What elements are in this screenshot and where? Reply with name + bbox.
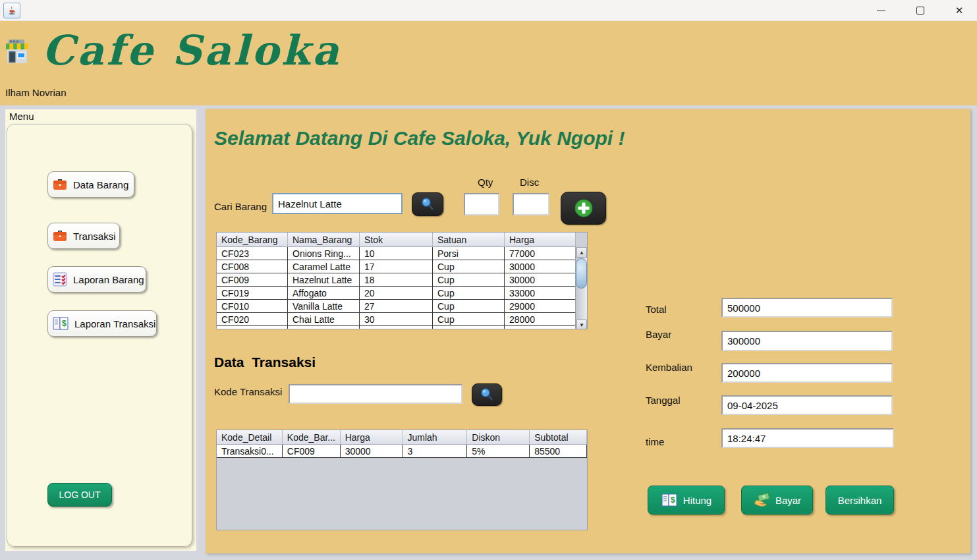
column-header[interactable]: Kode_Detail — [217, 430, 283, 445]
kode-transaksi-label: Kode Transaksi — [214, 386, 282, 397]
bayar-label: Bayar — [646, 329, 671, 340]
cell-satuan: Cup — [433, 326, 505, 329]
column-header[interactable]: Stok — [360, 233, 433, 247]
table-row[interactable]: CF008 Caramel Latte 17 Cup 30000 — [217, 260, 587, 273]
cell-jumlah: 3 — [403, 445, 468, 458]
scrollbar-thumb[interactable] — [576, 258, 587, 289]
cell-stok: 30 — [360, 326, 433, 329]
transaksi-table[interactable]: Kode_Detail Kode_Bar... Harga Jumlah Dis… — [216, 430, 588, 530]
window-titlebar: ✕ — [0, 0, 977, 21]
total-input[interactable] — [721, 298, 893, 318]
add-item-button[interactable] — [561, 192, 606, 225]
table-row[interactable]: CF023 Onions Ring... 10 Porsi 77000 — [217, 247, 587, 260]
scroll-up-icon[interactable]: ▲ — [576, 247, 587, 258]
kode-transaksi-input[interactable] — [289, 384, 462, 404]
cell-stok: 18 — [360, 273, 433, 287]
tanggal-label: Tanggal — [646, 395, 681, 406]
search-barang-button[interactable] — [412, 192, 443, 216]
table-row[interactable]: CF020 Chai Latte 30 Cup 28000 — [217, 313, 587, 326]
cell-satuan: Cup — [433, 287, 505, 300]
column-header[interactable]: Diskon — [467, 430, 530, 445]
cell-satuan: Cup — [433, 260, 505, 273]
close-button[interactable]: ✕ — [944, 0, 974, 21]
cari-barang-label: Cari Barang — [214, 201, 267, 212]
bayar-input[interactable] — [721, 331, 893, 351]
sidebar-item-laporan-barang[interactable]: Laporan Barang — [47, 266, 146, 293]
kembalian-label: Kembalian — [646, 362, 692, 373]
plus-icon — [573, 198, 594, 219]
time-input[interactable] — [721, 428, 894, 448]
cell-satuan: Cup — [433, 300, 505, 313]
cell-kode: CF008 — [217, 260, 288, 273]
transaksi-table-header[interactable]: Kode_Detail Kode_Bar... Harga Jumlah Dis… — [217, 430, 587, 445]
column-header[interactable]: Harga — [341, 430, 403, 445]
disc-label: Disc — [520, 177, 539, 188]
table-row-partial[interactable]: CF013 Matcha Latte 30 Cup 34000 — [217, 326, 587, 329]
cell-harga: 34000 — [505, 326, 576, 329]
cell-diskon: 5% — [467, 445, 530, 458]
app-header: Cafe Saloka Ilham Novrian — [0, 21, 977, 105]
column-header[interactable]: Kode_Bar... — [283, 430, 341, 445]
sidebar-item-transaksi[interactable]: Transaksi — [47, 223, 120, 249]
bayar-button[interactable]: Bayar — [741, 486, 813, 515]
table-row[interactable]: CF010 Vanilla Latte 27 Cup 29000 — [217, 300, 587, 313]
minimize-button[interactable] — [866, 0, 896, 21]
kembalian-input[interactable] — [721, 363, 893, 383]
cell-satuan: Cup — [433, 313, 505, 326]
svg-text:$: $ — [62, 319, 67, 328]
column-header[interactable]: Nama_Barang — [288, 233, 360, 247]
table-row[interactable]: Transaksi0... CF009 30000 3 5% 85500 — [217, 445, 587, 458]
cell-kode: CF023 — [217, 247, 288, 260]
cell-nama: Onions Ring... — [288, 247, 360, 260]
cell-subtotal: 85500 — [530, 445, 587, 458]
bersihkan-button-label: Bersihkan — [838, 495, 882, 506]
cell-nama: Affogato — [288, 287, 360, 300]
briefcase-icon — [52, 177, 68, 192]
minimize-icon — [877, 11, 885, 11]
table-row[interactable]: CF009 Hazelnut Latte 18 Cup 30000 — [217, 273, 587, 287]
welcome-heading: Selamat Datang Di Cafe Saloka, Yuk Ngopi… — [214, 127, 625, 150]
tanggal-input[interactable] — [721, 395, 893, 415]
cell-nama: Vanilla Latte — [288, 300, 360, 313]
cari-barang-input[interactable] — [272, 193, 403, 214]
sidebar-item-label: Laporan Barang — [73, 274, 144, 285]
magnifier-icon — [479, 387, 495, 403]
column-header[interactable]: Jumlah — [403, 430, 468, 445]
cell-kode: CF009 — [217, 273, 288, 287]
search-transaksi-button[interactable] — [472, 383, 502, 406]
column-header[interactable]: Subtotal — [530, 430, 587, 445]
sidebar-item-label: Data Barang — [73, 179, 128, 190]
cell-harga: 30000 — [505, 260, 576, 273]
cell-nama: Caramel Latte — [288, 260, 360, 273]
logout-button[interactable]: LOG OUT — [47, 483, 112, 507]
column-header[interactable]: Harga — [505, 233, 576, 247]
hitung-button[interactable]: $ Hitung — [648, 486, 725, 515]
magnifier-icon — [420, 196, 435, 212]
cell-kode: CF010 — [217, 300, 288, 313]
cell-stok: 30 — [360, 313, 433, 326]
items-table[interactable]: Kode_Barang Nama_Barang Stok Satuan Harg… — [216, 232, 588, 329]
cell-kode: CF020 — [217, 313, 288, 326]
bayar-button-label: Bayar — [775, 495, 801, 506]
sidebar-item-data-barang[interactable]: Data Barang — [47, 171, 134, 198]
bersihkan-button[interactable]: Bersihkan — [825, 486, 894, 515]
sidebar-item-laporan-transaksi[interactable]: $ Laporan Transaksi — [47, 310, 157, 337]
cell-harga: 30000 — [341, 445, 403, 458]
items-table-header[interactable]: Kode_Barang Nama_Barang Stok Satuan Harg… — [217, 233, 587, 247]
scroll-down-icon[interactable]: ▼ — [576, 320, 587, 329]
total-label: Total — [646, 304, 667, 315]
column-header[interactable]: Satuan — [433, 233, 505, 247]
maximize-button[interactable] — [905, 0, 935, 21]
close-icon: ✕ — [955, 5, 964, 16]
ledger-icon: $ — [661, 492, 678, 508]
sidebar-item-label: Laporan Transaksi — [74, 318, 155, 329]
checklist-icon — [52, 271, 68, 287]
table-row[interactable]: CF019 Affogato 20 Cup 33000 — [217, 287, 587, 300]
items-table-scrollbar[interactable]: ▲ ▼ — [575, 247, 587, 329]
disc-input[interactable] — [513, 193, 549, 215]
cell-kode-detail: Transaksi0... — [217, 445, 283, 458]
menu-sidebar: Menu Data Barang Transaksi Laporan Baran… — [5, 109, 196, 551]
column-header[interactable]: Kode_Barang — [217, 233, 288, 247]
logout-button-label: LOG OUT — [59, 490, 100, 500]
qty-input[interactable] — [464, 193, 499, 215]
